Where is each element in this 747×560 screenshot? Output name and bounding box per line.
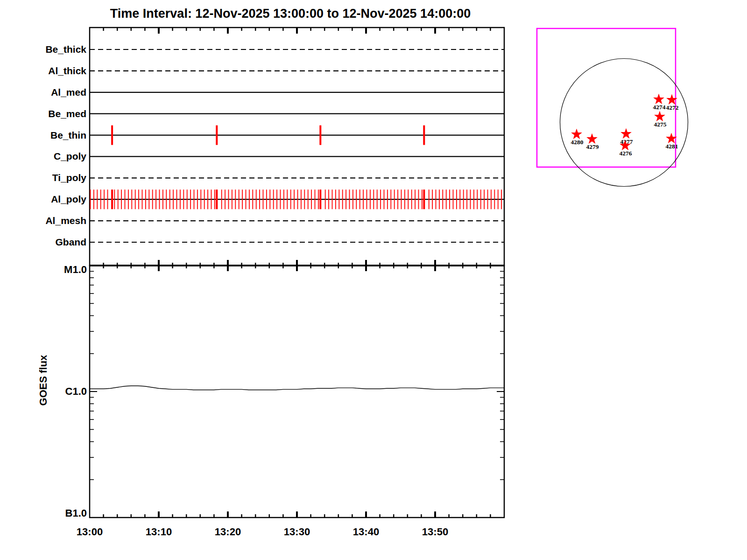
goes-ytick-label-B1.0: B1.0 xyxy=(47,507,87,519)
active-region-star-4277 xyxy=(620,128,632,139)
filter-rows xyxy=(90,49,504,242)
active-region-label-4276: 4276 xyxy=(620,150,632,157)
time-axis-ticks xyxy=(104,28,491,518)
filter-label-Be_thin: Be_thin xyxy=(9,129,86,141)
active-region-star-4274 xyxy=(653,94,664,105)
filter-label-Al_thick: Al_thick xyxy=(9,65,86,77)
active-region-star-4275 xyxy=(654,111,665,122)
timeline-goes-plot: 42744272427542804279427742764281 xyxy=(0,0,747,560)
x-tick-label-13:40: 13:40 xyxy=(345,526,387,538)
active-region-star-4279 xyxy=(586,133,598,144)
active-region-label-4279: 4279 xyxy=(586,143,599,150)
panel-borders xyxy=(90,28,504,518)
filter-label-Gband: Gband xyxy=(9,236,86,248)
x-tick-label-13:00: 13:00 xyxy=(69,526,111,538)
filter-label-Be_thick: Be_thick xyxy=(9,43,86,56)
x-tick-label-13:50: 13:50 xyxy=(414,526,456,538)
filter-label-Ti_poly: Ti_poly xyxy=(9,172,86,184)
filter-label-Al_poly: Al_poly xyxy=(9,193,86,205)
active-region-label-4274: 4274 xyxy=(653,104,666,111)
goes-flux-axis-label: GOES flux xyxy=(37,355,49,406)
goes-ytick-label-C1.0: C1.0 xyxy=(47,385,87,398)
goes-ytick-label-M1.0: M1.0 xyxy=(47,264,87,276)
solar-map-inset: 42744272427542804279427742764281 xyxy=(537,28,688,187)
filter-label-Al_med: Al_med xyxy=(9,86,86,98)
x-tick-label-13:20: 13:20 xyxy=(207,526,249,538)
xrt-timeline-screenshot: Time Interval: 12-Nov-2025 13:00:00 to 1… xyxy=(0,0,747,560)
goes-log-ticks xyxy=(90,266,504,480)
x-tick-label-13:10: 13:10 xyxy=(138,526,180,538)
active-region-label-4275: 4275 xyxy=(654,121,667,128)
filter-label-Be_med: Be_med xyxy=(9,108,86,120)
filter-label-C_poly: C_poly xyxy=(9,150,86,162)
goes-curve xyxy=(90,386,504,390)
active-region-label-4280: 4280 xyxy=(571,139,584,146)
filter-label-Al_mesh: Al_mesh xyxy=(9,215,86,227)
active-region-label-4272: 4272 xyxy=(666,104,679,111)
active-region-star-4280 xyxy=(571,129,582,140)
x-tick-label-13:30: 13:30 xyxy=(276,526,318,538)
active-region-label-4281: 4281 xyxy=(666,143,678,150)
